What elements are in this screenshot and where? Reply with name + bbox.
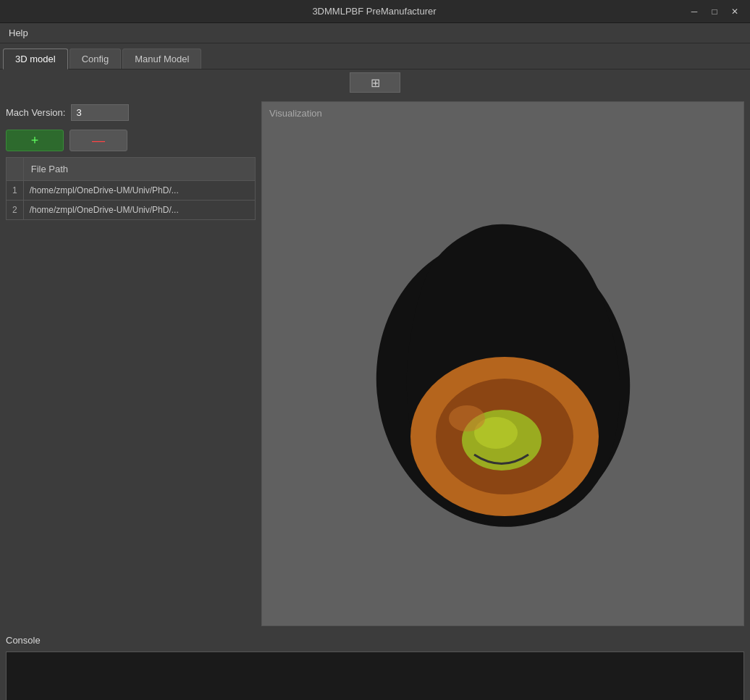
restore-button[interactable]: □ [705,4,724,19]
row-path-1: /home/zmpl/OneDrive-UM/Univ/PhD/... [23,181,255,201]
row-num-1: 1 [7,181,24,201]
grid-icon: ⊞ [371,76,380,90]
buttons-row: + — [6,130,256,151]
row-path-2: /home/zmpl/OneDrive-UM/Univ/PhD/... [23,201,255,220]
left-panel: Mach Version: + — File Path 1 /home/zmpl… [6,101,256,626]
mach-version-label: Mach Version: [6,107,65,118]
tab-3d-model[interactable]: 3D model [3,49,68,69]
viz-container[interactable]: Visualization [261,101,744,626]
svg-point-5 [449,405,485,431]
console-box[interactable] [6,651,744,700]
file-table: File Path 1 /home/zmpl/OneDrive-UM/Univ/… [6,157,256,220]
viz-3d-canvas [262,102,743,625]
file-table-header: File Path [7,158,256,181]
col-num-header [7,158,24,181]
tab-config[interactable]: Config [69,49,122,69]
3d-model-svg [300,151,706,578]
mach-version-input[interactable] [71,104,129,121]
table-row[interactable]: 1 /home/zmpl/OneDrive-UM/Univ/PhD/... [7,181,256,201]
console-label: Console [6,632,744,649]
row-num-2: 2 [7,201,24,220]
viz-label: Visualization [269,108,322,119]
tab-manuf-model[interactable]: Manuf Model [122,49,201,69]
file-table-body: 1 /home/zmpl/OneDrive-UM/Univ/PhD/... 2 … [7,181,256,220]
menu-help[interactable]: Help [3,25,34,41]
add-button[interactable]: + [6,130,64,151]
app-title: 3DMMLPBF PreManufacturer [64,6,685,17]
viz-panel: Visualization [261,101,744,626]
col-path-header: File Path [23,158,255,181]
main-content: Mach Version: + — File Path 1 /home/zmpl… [0,96,750,632]
tab-bar: 3D model Config Manuf Model [0,43,750,69]
table-row[interactable]: 2 /home/zmpl/OneDrive-UM/Univ/PhD/... [7,201,256,220]
top-viz-row: ⊞ [0,69,750,96]
minimize-button[interactable]: ─ [685,4,704,19]
title-bar-controls: ─ □ ✕ [685,4,744,19]
remove-button[interactable]: — [69,130,127,151]
close-button[interactable]: ✕ [725,4,744,19]
mach-version-row: Mach Version: [6,101,256,124]
console-area: Console [0,632,750,700]
title-bar: 3DMMLPBF PreManufacturer ─ □ ✕ [0,0,750,23]
menu-bar: Help [0,23,750,43]
viz-icon-button[interactable]: ⊞ [350,72,400,93]
